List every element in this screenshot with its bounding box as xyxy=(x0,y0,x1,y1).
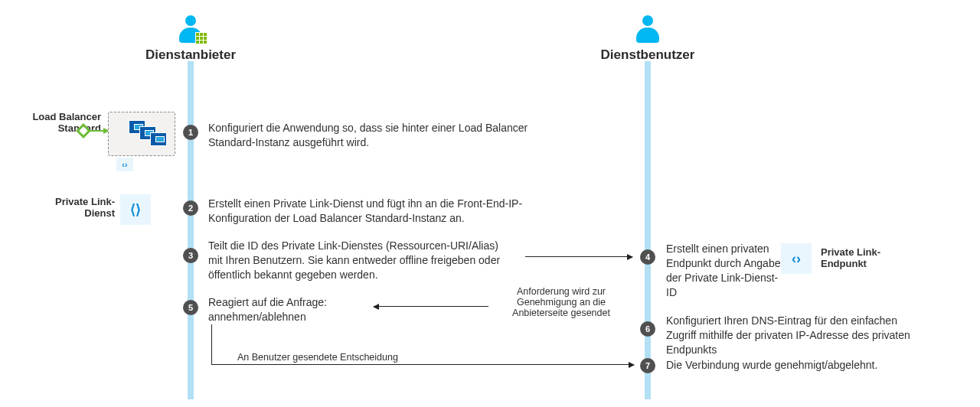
step-bullet-5: 5 xyxy=(183,300,198,315)
actor-consumer: Dienstbenutzer xyxy=(586,15,709,63)
step-text-1: Konfiguriert die Anwendung so, dass sie … xyxy=(208,121,537,150)
provider-lifeline xyxy=(188,61,194,399)
step-text-2: Erstellt einen Private Link-Dienst und f… xyxy=(208,197,537,226)
step-text-3: Teilt die ID des Private Link-Dienstes (… xyxy=(208,239,514,282)
arrow-share-id xyxy=(525,256,632,257)
route-decision-vertical xyxy=(211,324,212,364)
step-bullet-6: 6 xyxy=(640,321,655,337)
lb-pool-icon xyxy=(108,112,175,156)
step-bullet-3: 3 xyxy=(183,248,198,263)
step-text-6: Konfiguriert Ihren DNS-Eintrag für den e… xyxy=(666,314,919,357)
lb-arrow-icon xyxy=(89,130,109,132)
arrow-decision-sent xyxy=(211,364,634,365)
endpoint-glyph: ‹› xyxy=(792,251,801,267)
private-link-mini-icon: ‹› xyxy=(116,158,133,171)
step-text-7: Die Verbindung wurde genehmigt/abgelehnt… xyxy=(666,358,934,373)
person-icon xyxy=(634,15,662,43)
actor-provider-label: Dienstanbieter xyxy=(129,47,252,63)
actor-consumer-label: Dienstbenutzer xyxy=(586,47,709,63)
private-link-service-icon: ⟨⟩ xyxy=(120,194,151,225)
label-private-link-service: Private Link-Dienst xyxy=(46,196,115,219)
consumer-lifeline xyxy=(645,61,651,399)
label-private-link-endpoint: Private Link-Endpunkt xyxy=(821,246,913,269)
step-text-4: Erstellt einen privaten Endpunkt durch A… xyxy=(666,242,781,300)
private-link-endpoint-icon: ‹› xyxy=(781,243,812,274)
step-text-5: Reagiert auf die Anfrage: annehmen/ableh… xyxy=(208,295,377,324)
step-bullet-7: 7 xyxy=(640,358,655,373)
link-glyph: ⟨⟩ xyxy=(130,201,141,218)
arrow-approval-request xyxy=(374,306,488,307)
actor-provider: Dienstanbieter xyxy=(129,15,252,63)
step-bullet-1: 1 xyxy=(183,125,198,140)
person-icon xyxy=(177,15,204,43)
note-approval-request: Anforderung wird zur Genehmigung an die … xyxy=(496,286,626,318)
step-bullet-4: 4 xyxy=(640,249,655,265)
step-bullet-2: 2 xyxy=(183,200,198,216)
cloud-org-icon xyxy=(195,32,207,44)
note-decision-sent: An Benutzer gesendete Entscheidung xyxy=(237,352,452,363)
